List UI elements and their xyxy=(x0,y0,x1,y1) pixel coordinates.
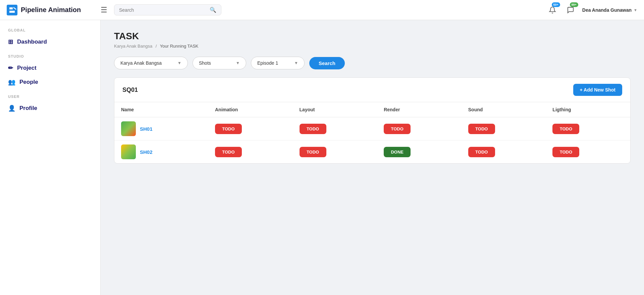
breadcrumb: Karya Anak Bangsa / Your Running TASK xyxy=(114,44,631,49)
section-title: SQ01 xyxy=(122,86,138,94)
breadcrumb-root[interactable]: Karya Anak Bangsa xyxy=(114,44,152,49)
profile-icon: 👤 xyxy=(8,105,15,112)
shot-thumbnail xyxy=(121,121,136,136)
user-menu-chevron-icon: ▼ xyxy=(634,8,637,12)
hamburger-icon[interactable]: ☰ xyxy=(101,6,107,14)
project-filter-value: Karya Anak Bangsa xyxy=(120,60,175,66)
sh01-animation-status[interactable]: TODO xyxy=(215,124,242,134)
col-lighting: Ligthing xyxy=(546,102,630,117)
sidebar-label-profile: Profile xyxy=(19,105,37,112)
sh02-layout-status[interactable]: TODO xyxy=(300,147,326,157)
episode-filter-value: Episode 1 xyxy=(257,60,291,66)
type-filter-value: Shots xyxy=(199,60,233,66)
sh01-layout-status[interactable]: TODO xyxy=(300,124,326,134)
bell-notification-button[interactable]: 50+ xyxy=(546,4,559,16)
episode-filter-chevron-icon: ▼ xyxy=(294,61,298,65)
sidebar-item-profile[interactable]: 👤 Profile xyxy=(0,101,100,115)
sh02-render-cell: DONE xyxy=(377,140,462,164)
sidebar-item-project[interactable]: ✏ Project xyxy=(0,61,100,75)
chat-badge: 99+ xyxy=(570,2,578,7)
project-icon: ✏ xyxy=(8,64,13,72)
chat-notification-button[interactable]: 99+ xyxy=(564,4,577,16)
sh01-animation-cell: TODO xyxy=(208,117,293,140)
svg-rect-0 xyxy=(7,5,17,15)
episode-filter[interactable]: Episode 1 ▼ xyxy=(251,57,305,69)
sh02-lighting-status[interactable]: TODO xyxy=(552,147,579,157)
search-bar[interactable]: 🔍 xyxy=(114,4,221,15)
sh02-animation-status[interactable]: TODO xyxy=(215,147,242,157)
sidebar-label-people: People xyxy=(19,79,38,85)
user-name: Dea Ananda Gunawan xyxy=(582,7,632,13)
type-filter[interactable]: Shots ▼ xyxy=(193,57,246,69)
dashboard-icon: ⊞ xyxy=(8,38,13,46)
page-title: TASK xyxy=(114,31,631,42)
sh02-layout-cell: TODO xyxy=(293,140,377,164)
filter-row: Karya Anak Bangsa ▼ Shots ▼ Episode 1 ▼ … xyxy=(114,57,631,69)
shot-link-sh02[interactable]: SH02 xyxy=(140,149,153,155)
project-filter[interactable]: Karya Anak Bangsa ▼ xyxy=(114,57,188,69)
search-button[interactable]: Search xyxy=(309,57,345,69)
sidebar-item-people[interactable]: 👥 People xyxy=(0,75,100,89)
sidebar-section-user: USER xyxy=(0,95,100,99)
shot-name-cell: SH01 xyxy=(114,117,208,140)
table-header-row: Name Animation Layout Render Sound Ligth… xyxy=(114,102,630,117)
logo-icon xyxy=(7,5,17,15)
sh01-lighting-status[interactable]: TODO xyxy=(552,124,579,134)
sh01-render-status[interactable]: TODO xyxy=(384,124,411,134)
shot-link-sh01[interactable]: SH01 xyxy=(140,126,153,132)
navbar-right: 50+ 99+ Dea Ananda Gunawan ▼ xyxy=(546,4,637,16)
sh01-sound-status[interactable]: TODO xyxy=(468,124,495,134)
sh02-render-status[interactable]: DONE xyxy=(384,147,411,157)
search-icon: 🔍 xyxy=(210,7,216,13)
sidebar: GLOBAL ⊞ Dashboard STUDIO ✏ Project 👥 Pe… xyxy=(0,20,101,295)
table-row: SH01 TODO TODO TODO TODO xyxy=(114,117,630,140)
table-row: SH02 TODO TODO DONE TODO xyxy=(114,140,630,164)
sidebar-section-studio: STUDIO xyxy=(0,54,100,58)
bell-badge: 50+ xyxy=(552,2,560,7)
breadcrumb-current: Your Running TASK xyxy=(160,44,199,49)
sh02-sound-status[interactable]: TODO xyxy=(468,147,495,157)
sh01-lighting-cell: TODO xyxy=(546,117,630,140)
sidebar-label-project: Project xyxy=(17,65,37,71)
sidebar-item-dashboard[interactable]: ⊞ Dashboard xyxy=(0,35,100,49)
sidebar-section-global: GLOBAL xyxy=(0,28,100,32)
shots-table: Name Animation Layout Render Sound Ligth… xyxy=(114,102,630,163)
app-title: Pipeline Animation xyxy=(21,6,81,14)
col-render: Render xyxy=(377,102,462,117)
col-sound: Sound xyxy=(462,102,546,117)
people-icon: 👥 xyxy=(8,78,15,86)
card-header: SQ01 + Add New Shot xyxy=(114,78,630,102)
sh02-sound-cell: TODO xyxy=(462,140,546,164)
col-name: Name xyxy=(114,102,208,117)
sidebar-label-dashboard: Dashboard xyxy=(17,39,47,45)
sh02-animation-cell: TODO xyxy=(208,140,293,164)
search-input[interactable] xyxy=(119,7,207,13)
user-menu[interactable]: Dea Ananda Gunawan ▼ xyxy=(582,7,637,13)
sq01-card: SQ01 + Add New Shot Name Animation Layou… xyxy=(114,77,631,164)
breadcrumb-separator: / xyxy=(156,44,157,49)
add-shot-button[interactable]: + Add New Shot xyxy=(573,84,622,96)
sh01-sound-cell: TODO xyxy=(462,117,546,140)
project-filter-chevron-icon: ▼ xyxy=(177,61,181,65)
type-filter-chevron-icon: ▼ xyxy=(236,61,240,65)
col-layout: Layout xyxy=(293,102,377,117)
logo-area: Pipeline Animation xyxy=(7,5,101,15)
sh01-layout-cell: TODO xyxy=(293,117,377,140)
main-content: TASK Karya Anak Bangsa / Your Running TA… xyxy=(101,20,644,295)
sh02-lighting-cell: TODO xyxy=(546,140,630,164)
navbar: Pipeline Animation ☰ 🔍 50+ 99+ Dea Anand… xyxy=(0,0,644,20)
sh01-render-cell: TODO xyxy=(377,117,462,140)
shot-thumbnail xyxy=(121,144,136,159)
shot-name-cell: SH02 xyxy=(114,140,208,164)
col-animation: Animation xyxy=(208,102,293,117)
